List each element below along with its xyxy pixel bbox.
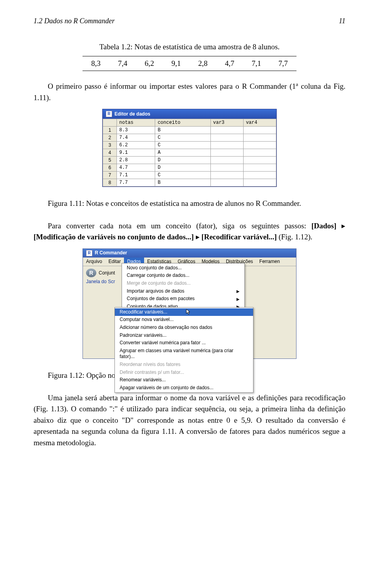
grid-cell[interactable]: 8.3 [117, 127, 155, 134]
page-number: 11 [339, 16, 345, 26]
grid-cell[interactable]: 7.4 [117, 134, 155, 142]
grid-cell[interactable]: 9.1 [117, 149, 155, 157]
row-number: 5 [103, 157, 117, 164]
grid-cell[interactable] [210, 157, 243, 164]
grid-cell[interactable] [243, 164, 276, 172]
submenu-item: Reordenar níveis dos fatores [115, 361, 253, 369]
table-caption: Tabela 1.2: Notas de estatística de uma … [34, 41, 345, 53]
col-header[interactable]: conceito [155, 119, 210, 127]
submenu-item[interactable]: Recodificar variáveis... [115, 308, 253, 316]
menu-ferramen[interactable]: Ferramen [256, 258, 283, 266]
col-header[interactable]: notas [117, 119, 155, 127]
grid-cell[interactable]: D [155, 164, 210, 172]
grid-cell[interactable] [243, 157, 276, 164]
grid-cell[interactable]: B [155, 179, 210, 187]
window-title: Editor de dados [114, 111, 150, 117]
grid-cell[interactable] [210, 172, 243, 179]
grid-cell[interactable] [210, 127, 243, 134]
grid-cell[interactable]: C [155, 172, 210, 179]
cursor-icon [186, 309, 191, 315]
grid-cell[interactable]: C [155, 134, 210, 142]
col-header[interactable]: var3 [210, 119, 243, 127]
menu-item[interactable]: Importar arquivos de dados▶ [122, 287, 244, 295]
row-number: 1 [103, 127, 117, 134]
submenu-item[interactable]: Padronizar variáveis... [115, 332, 253, 340]
row-number: 3 [103, 142, 117, 149]
submenu-item[interactable]: Computar nova variável... [115, 316, 253, 324]
grid-cell[interactable]: 7.1 [117, 172, 155, 179]
submenu-item: Definir contrastes p/ um fator... [115, 369, 253, 377]
cell: 4,7 [216, 56, 243, 71]
window-title: R Commander [95, 250, 127, 256]
grid-cell[interactable] [210, 179, 243, 187]
submenu-item[interactable]: Converter variável numérica para fator .… [115, 339, 253, 347]
grid-cell[interactable] [210, 149, 243, 157]
grid-cell[interactable] [243, 142, 276, 149]
menu-item[interactable]: Conjuntos de dados em pacotes▶ [122, 295, 244, 303]
cell: 8,3 [83, 56, 109, 71]
grid-cell[interactable]: 6.2 [117, 142, 155, 149]
chevron-right-icon: ▶ [236, 289, 240, 294]
conjunto-label: Conjunt [99, 270, 115, 276]
figure-caption: Figura 1.11: Notas e conceitos de estatí… [34, 198, 345, 209]
submenu-item[interactable]: Agrupar em classes uma variável numérica… [115, 347, 253, 361]
grid-cell[interactable] [243, 149, 276, 157]
grid-cell[interactable] [243, 179, 276, 187]
grid-cell[interactable]: D [155, 157, 210, 164]
chevron-right-icon: ▶ [236, 297, 240, 302]
r-logo-icon: R [86, 269, 96, 277]
menu-item: Merge de conjunto de dados... [122, 280, 244, 287]
grid-cell[interactable]: 2.8 [117, 157, 155, 164]
cell: 7,4 [109, 56, 136, 71]
paragraph: O primeiro passo é informar ou importar … [34, 80, 345, 103]
menu-item[interactable]: Novo conjunto de dados... [122, 264, 244, 272]
submenu-item[interactable]: Renomear variáveis... [115, 376, 253, 384]
grid-cell[interactable] [243, 172, 276, 179]
row-number: 8 [103, 179, 117, 187]
menu-editar[interactable]: Editar [105, 258, 124, 266]
submenu-item[interactable]: Apagar variáveis de um conjunto de dados… [115, 384, 253, 392]
editor-de-dados-window: R Editor de dados notas conceito var3 va… [102, 109, 277, 187]
cell: 6,2 [136, 56, 163, 71]
window-titlebar: R R Commander [83, 249, 296, 258]
submenu-item[interactable]: Adicionar número da observação nos dados [115, 324, 253, 332]
menu-item[interactable]: Carregar conjunto de dados... [122, 272, 244, 280]
grid-cell[interactable] [210, 134, 243, 142]
grid-cell[interactable] [210, 164, 243, 172]
row-number: 2 [103, 134, 117, 142]
corner-cell [103, 119, 117, 127]
grid-cell[interactable] [243, 127, 276, 134]
row-number: 4 [103, 149, 117, 157]
grid-cell[interactable]: 4.7 [117, 164, 155, 172]
cell: 2,8 [190, 56, 216, 71]
menu-arquivo[interactable]: Arquivo [83, 258, 105, 266]
r-commander-window: R R Commander ArquivoEditarDadosEstatíst… [83, 248, 296, 359]
window-titlebar: R Editor de dados [103, 109, 276, 119]
grid-cell[interactable]: 7.7 [117, 179, 155, 187]
cell: 7,7 [270, 56, 296, 71]
grid-cell[interactable] [243, 134, 276, 142]
paragraph: Uma janela será aberta para informar o n… [34, 392, 345, 449]
grid-cell[interactable]: B [155, 127, 210, 134]
paragraph: Para converter cada nota em um conceito … [34, 220, 345, 243]
section-title: 1.2 Dados no R Commander [34, 16, 115, 26]
row-number: 7 [103, 172, 117, 179]
cell: 7,1 [243, 56, 270, 71]
data-table: 8,3 7,4 6,2 9,1 2,8 4,7 7,1 7,7 [83, 56, 296, 71]
grid-cell[interactable]: C [155, 142, 210, 149]
cell: 9,1 [163, 56, 190, 71]
row-number: 6 [103, 164, 117, 172]
col-header[interactable]: var4 [243, 119, 276, 127]
r-icon: R [106, 111, 112, 117]
page-header: 1.2 Dados no R Commander 11 [34, 16, 345, 26]
dados-dropdown[interactable]: Novo conjunto de dados...Carregar conjun… [122, 263, 245, 312]
modificacao-submenu[interactable]: Recodificar variáveis...Computar nova va… [114, 307, 253, 393]
r-icon: R [86, 250, 92, 256]
grid-cell[interactable] [210, 142, 243, 149]
grid-cell[interactable]: A [155, 149, 210, 157]
data-grid[interactable]: notas conceito var3 var4 18.3B27.4C36.2C… [103, 119, 276, 187]
script-window-label: Janela do Scr [86, 279, 115, 285]
